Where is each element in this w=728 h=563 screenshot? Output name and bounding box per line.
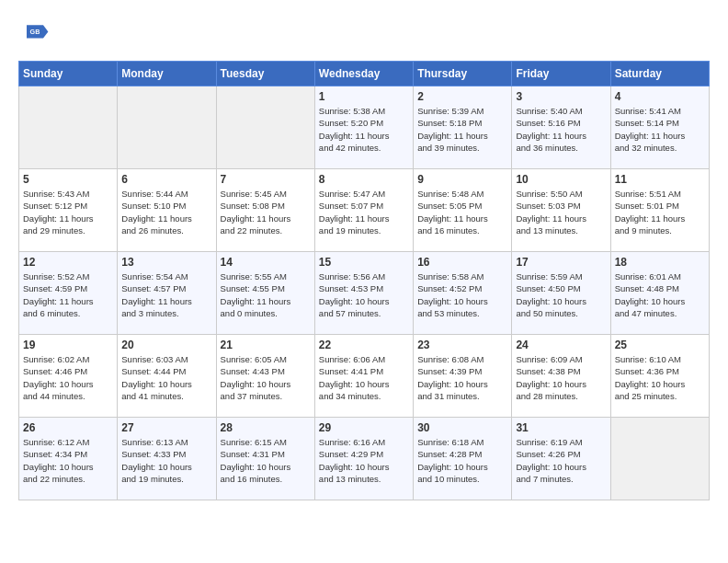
day-info: Sunrise: 5:41 AM Sunset: 5:14 PM Dayligh… (615, 105, 705, 154)
day-number: 5 (23, 173, 113, 186)
day-number: 12 (23, 256, 113, 269)
day-number: 3 (516, 90, 606, 103)
day-number: 24 (516, 339, 606, 351)
day-info: Sunrise: 5:54 AM Sunset: 4:57 PM Dayligh… (121, 270, 211, 319)
calendar-cell: 11Sunrise: 5:51 AM Sunset: 5:01 PM Dayli… (610, 169, 709, 252)
day-number: 17 (516, 256, 606, 269)
day-number: 6 (121, 173, 211, 186)
day-number: 31 (516, 421, 606, 434)
day-info: Sunrise: 5:51 AM Sunset: 5:01 PM Dayligh… (615, 188, 705, 236)
day-info: Sunrise: 6:09 AM Sunset: 4:38 PM Dayligh… (516, 353, 606, 402)
day-info: Sunrise: 6:13 AM Sunset: 4:33 PM Dayligh… (121, 436, 211, 485)
calendar-cell: 1Sunrise: 5:38 AM Sunset: 5:20 PM Daylig… (314, 86, 413, 169)
day-info: Sunrise: 6:19 AM Sunset: 4:26 PM Dayligh… (516, 436, 606, 485)
calendar-cell: 28Sunrise: 6:15 AM Sunset: 4:31 PM Dayli… (216, 418, 314, 500)
calendar-cell: 2Sunrise: 5:39 AM Sunset: 5:18 PM Daylig… (414, 86, 512, 169)
calendar-cell: 14Sunrise: 5:55 AM Sunset: 4:55 PM Dayli… (216, 252, 314, 335)
calendar-cell (610, 418, 709, 500)
calendar-cell: 5Sunrise: 5:43 AM Sunset: 5:12 PM Daylig… (19, 169, 118, 252)
calendar-cell: 10Sunrise: 5:50 AM Sunset: 5:03 PM Dayli… (512, 169, 610, 252)
day-number: 2 (417, 90, 507, 103)
day-info: Sunrise: 5:58 AM Sunset: 4:52 PM Dayligh… (417, 270, 507, 319)
day-number: 8 (319, 173, 409, 186)
calendar-cell: 15Sunrise: 5:56 AM Sunset: 4:53 PM Dayli… (314, 252, 413, 335)
day-number: 11 (615, 173, 705, 186)
day-number: 9 (417, 173, 507, 186)
day-number: 29 (319, 421, 409, 434)
calendar-cell: 27Sunrise: 6:13 AM Sunset: 4:33 PM Dayli… (118, 418, 216, 500)
day-info: Sunrise: 5:48 AM Sunset: 5:05 PM Dayligh… (417, 188, 507, 236)
calendar-week-row: 19Sunrise: 6:02 AM Sunset: 4:46 PM Dayli… (19, 335, 710, 418)
calendar-cell: 21Sunrise: 6:05 AM Sunset: 4:43 PM Dayli… (216, 335, 314, 418)
day-number: 19 (23, 339, 113, 351)
day-number: 18 (615, 256, 705, 269)
day-info: Sunrise: 5:55 AM Sunset: 4:55 PM Dayligh… (221, 270, 311, 319)
day-info: Sunrise: 6:12 AM Sunset: 4:34 PM Dayligh… (23, 436, 113, 485)
day-number: 25 (615, 339, 705, 351)
day-number: 14 (221, 256, 311, 269)
day-number: 28 (221, 421, 311, 434)
calendar-cell (216, 86, 314, 169)
calendar-cell: 30Sunrise: 6:18 AM Sunset: 4:28 PM Dayli… (414, 418, 512, 500)
calendar-cell: 18Sunrise: 6:01 AM Sunset: 4:48 PM Dayli… (610, 252, 709, 335)
calendar-cell: 20Sunrise: 6:03 AM Sunset: 4:44 PM Dayli… (118, 335, 216, 418)
calendar-week-row: 1Sunrise: 5:38 AM Sunset: 5:20 PM Daylig… (19, 86, 710, 169)
day-info: Sunrise: 6:10 AM Sunset: 4:36 PM Dayligh… (615, 353, 705, 402)
day-info: Sunrise: 6:01 AM Sunset: 4:48 PM Dayligh… (615, 270, 705, 319)
day-info: Sunrise: 5:59 AM Sunset: 4:50 PM Dayligh… (516, 270, 606, 319)
weekday-header-row: SundayMondayTuesdayWednesdayThursdayFrid… (19, 62, 710, 86)
day-info: Sunrise: 6:05 AM Sunset: 4:43 PM Dayligh… (221, 353, 311, 402)
day-info: Sunrise: 6:02 AM Sunset: 4:46 PM Dayligh… (23, 353, 113, 402)
calendar-cell (118, 86, 216, 169)
calendar-cell: 26Sunrise: 6:12 AM Sunset: 4:34 PM Dayli… (19, 418, 118, 500)
calendar-cell: 7Sunrise: 5:45 AM Sunset: 5:08 PM Daylig… (216, 169, 314, 252)
weekday-header-saturday: Saturday (610, 62, 709, 86)
calendar-week-row: 26Sunrise: 6:12 AM Sunset: 4:34 PM Dayli… (19, 418, 710, 500)
calendar-week-row: 12Sunrise: 5:52 AM Sunset: 4:59 PM Dayli… (19, 252, 710, 335)
calendar-cell: 24Sunrise: 6:09 AM Sunset: 4:38 PM Dayli… (512, 335, 610, 418)
calendar-cell: 12Sunrise: 5:52 AM Sunset: 4:59 PM Dayli… (19, 252, 118, 335)
calendar-cell: 22Sunrise: 6:06 AM Sunset: 4:41 PM Dayli… (314, 335, 413, 418)
day-number: 10 (516, 173, 606, 186)
day-info: Sunrise: 6:06 AM Sunset: 4:41 PM Dayligh… (319, 353, 409, 402)
day-info: Sunrise: 6:15 AM Sunset: 4:31 PM Dayligh… (221, 436, 311, 485)
calendar-cell (19, 86, 118, 169)
day-info: Sunrise: 5:43 AM Sunset: 5:12 PM Dayligh… (23, 188, 113, 236)
day-number: 13 (121, 256, 211, 269)
weekday-header-friday: Friday (512, 62, 610, 86)
weekday-header-sunday: Sunday (19, 62, 118, 86)
calendar-cell: 3Sunrise: 5:40 AM Sunset: 5:16 PM Daylig… (512, 86, 610, 169)
day-number: 1 (319, 90, 409, 103)
calendar-table: SundayMondayTuesdayWednesdayThursdayFrid… (18, 61, 710, 500)
day-number: 16 (417, 256, 507, 269)
day-info: Sunrise: 6:16 AM Sunset: 4:29 PM Dayligh… (319, 436, 409, 485)
svg-text:GB: GB (30, 28, 40, 36)
calendar-week-row: 5Sunrise: 5:43 AM Sunset: 5:12 PM Daylig… (19, 169, 710, 252)
day-info: Sunrise: 5:39 AM Sunset: 5:18 PM Dayligh… (417, 105, 507, 154)
day-info: Sunrise: 6:18 AM Sunset: 4:28 PM Dayligh… (417, 436, 507, 485)
day-number: 26 (23, 421, 113, 434)
day-info: Sunrise: 6:03 AM Sunset: 4:44 PM Dayligh… (121, 353, 211, 402)
calendar-cell: 4Sunrise: 5:41 AM Sunset: 5:14 PM Daylig… (610, 86, 709, 169)
weekday-header-thursday: Thursday (414, 62, 512, 86)
calendar-cell: 6Sunrise: 5:44 AM Sunset: 5:10 PM Daylig… (118, 169, 216, 252)
day-info: Sunrise: 5:56 AM Sunset: 4:53 PM Dayligh… (319, 270, 409, 319)
day-number: 15 (319, 256, 409, 269)
day-info: Sunrise: 5:45 AM Sunset: 5:08 PM Dayligh… (221, 188, 311, 236)
calendar-cell: 17Sunrise: 5:59 AM Sunset: 4:50 PM Dayli… (512, 252, 610, 335)
calendar-cell: 31Sunrise: 6:19 AM Sunset: 4:26 PM Dayli… (512, 418, 610, 500)
day-info: Sunrise: 5:50 AM Sunset: 5:03 PM Dayligh… (516, 188, 606, 236)
calendar-cell: 8Sunrise: 5:47 AM Sunset: 5:07 PM Daylig… (314, 169, 413, 252)
day-info: Sunrise: 5:47 AM Sunset: 5:07 PM Dayligh… (319, 188, 409, 236)
logo-icon: GB (18, 18, 51, 52)
day-number: 27 (121, 421, 211, 434)
day-number: 30 (417, 421, 507, 434)
calendar-cell: 25Sunrise: 6:10 AM Sunset: 4:36 PM Dayli… (610, 335, 709, 418)
day-number: 7 (221, 173, 311, 186)
day-info: Sunrise: 5:52 AM Sunset: 4:59 PM Dayligh… (23, 270, 113, 319)
day-number: 21 (221, 339, 311, 351)
calendar-cell: 13Sunrise: 5:54 AM Sunset: 4:57 PM Dayli… (118, 252, 216, 335)
day-number: 23 (417, 339, 507, 351)
calendar-cell: 29Sunrise: 6:16 AM Sunset: 4:29 PM Dayli… (314, 418, 413, 500)
calendar-cell: 23Sunrise: 6:08 AM Sunset: 4:39 PM Dayli… (414, 335, 512, 418)
